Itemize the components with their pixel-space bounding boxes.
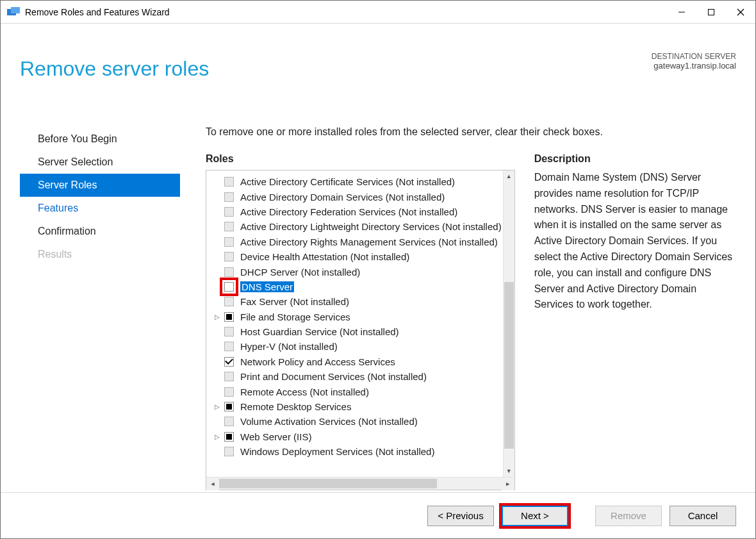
role-checkbox — [224, 222, 234, 231]
role-checkbox — [224, 372, 234, 381]
step-server-selection[interactable]: Server Selection — [20, 151, 180, 174]
expander-icon — [213, 357, 222, 366]
maximize-button[interactable] — [696, 1, 726, 24]
expander-icon — [213, 417, 222, 426]
page-title: Remove server roles — [20, 57, 209, 81]
role-checkbox — [224, 387, 234, 397]
svg-rect-3 — [709, 9, 714, 15]
step-before-you-begin[interactable]: Before You Begin — [20, 128, 180, 151]
expander-icon[interactable]: ▷ — [213, 432, 222, 441]
step-server-roles[interactable]: Server Roles — [20, 174, 180, 197]
role-item[interactable]: ▷File and Storage Services — [206, 310, 514, 324]
role-label: DNS Server — [240, 281, 294, 292]
role-checkbox — [224, 342, 234, 351]
role-checkbox[interactable] — [224, 402, 234, 411]
role-checkbox — [224, 417, 234, 426]
svg-rect-1 — [11, 7, 20, 13]
step-confirmation[interactable]: Confirmation — [20, 220, 180, 243]
description-heading: Description — [534, 153, 737, 165]
close-button[interactable] — [726, 1, 755, 24]
role-checkbox — [224, 237, 234, 247]
expander-icon — [213, 372, 222, 381]
role-checkbox — [224, 327, 234, 336]
role-label: Remote Access (Not installed) — [240, 386, 369, 397]
expander-icon — [213, 282, 222, 291]
vscroll-thumb[interactable] — [504, 282, 514, 449]
minimize-button[interactable] — [667, 1, 696, 24]
expander-icon — [213, 267, 222, 276]
role-checkbox — [224, 297, 234, 306]
vertical-scrollbar[interactable]: ▲ ▼ — [503, 170, 514, 477]
horizontal-scrollbar[interactable]: ◄ ► — [206, 477, 514, 490]
role-item[interactable]: DNS Server — [206, 279, 514, 294]
role-label: Network Policy and Access Services — [240, 356, 395, 367]
role-label: Windows Deployment Services (Not install… — [240, 446, 434, 457]
role-checkbox[interactable] — [224, 357, 234, 367]
role-label: DHCP Server (Not installed) — [240, 267, 360, 278]
description-text: Domain Name System (DNS) Server provides… — [534, 170, 737, 313]
expander-icon[interactable]: ▷ — [213, 402, 222, 411]
role-label: Active Directory Certificate Services (N… — [240, 176, 455, 187]
role-item: Print and Document Services (Not install… — [206, 369, 514, 384]
scroll-up-arrow[interactable]: ▲ — [504, 170, 514, 182]
role-checkbox — [224, 177, 234, 187]
window-title: Remove Roles and Features Wizard — [25, 7, 170, 17]
role-item: Device Health Attestation (Not installed… — [206, 249, 514, 264]
role-item[interactable]: Network Policy and Access Services — [206, 354, 514, 369]
destination-server: DESTINATION SERVER gateway1.transip.loca… — [652, 52, 736, 70]
scroll-left-arrow[interactable]: ◄ — [206, 477, 219, 490]
role-label: Device Health Attestation (Not installed… — [240, 251, 409, 262]
role-item: Host Guardian Service (Not installed) — [206, 324, 514, 339]
role-item: Windows Deployment Services (Not install… — [206, 444, 514, 459]
description-column: Description Domain Name System (DNS) Ser… — [534, 153, 737, 490]
role-label: Fax Server (Not installed) — [240, 296, 349, 307]
hscroll-thumb[interactable] — [219, 479, 437, 488]
role-checkbox[interactable] — [224, 432, 234, 442]
role-label: Web Server (IIS) — [240, 431, 311, 442]
scroll-right-arrow[interactable]: ► — [502, 477, 514, 490]
roles-column: Roles Active Directory Certificate Servi… — [206, 153, 515, 490]
expander-icon — [213, 297, 222, 306]
destination-label: DESTINATION SERVER — [652, 52, 736, 61]
role-label: Host Guardian Service (Not installed) — [240, 326, 399, 337]
destination-name: gateway1.transip.local — [652, 61, 736, 70]
role-label: Volume Activation Services (Not installe… — [240, 416, 418, 427]
role-item: Remote Access (Not installed) — [206, 384, 514, 399]
cancel-button[interactable]: Cancel — [670, 506, 736, 526]
role-label: Active Directory Federation Services (No… — [240, 206, 457, 217]
role-checkbox[interactable] — [224, 282, 234, 292]
content-area: Remove server roles DESTINATION SERVER g… — [1, 24, 755, 538]
role-label: Active Directory Lightweight Directory S… — [240, 221, 502, 232]
expander-icon — [213, 253, 222, 261]
role-label: Remote Desktop Services — [240, 401, 351, 412]
role-item: Fax Server (Not installed) — [206, 294, 514, 309]
expander-icon — [213, 192, 222, 201]
role-checkbox[interactable] — [224, 312, 234, 322]
roles-scroll-viewport: Active Directory Certificate Services (N… — [206, 170, 514, 477]
expander-icon[interactable]: ▷ — [213, 312, 222, 321]
role-item: Active Directory Certificate Services (N… — [206, 174, 514, 189]
expander-icon — [213, 328, 222, 336]
role-item: Hyper-V (Not installed) — [206, 339, 514, 354]
role-label: Active Directory Rights Management Servi… — [240, 236, 498, 247]
next-button[interactable]: Next > — [502, 506, 568, 526]
role-checkbox — [224, 192, 234, 202]
roles-listbox: Active Directory Certificate Services (N… — [206, 170, 515, 490]
scroll-down-arrow[interactable]: ▼ — [504, 465, 514, 477]
role-item[interactable]: ▷Web Server (IIS) — [206, 429, 514, 444]
role-label: Print and Document Services (Not install… — [240, 371, 427, 382]
roles-heading: Roles — [206, 153, 515, 165]
role-label: Active Directory Domain Services (Not in… — [240, 192, 445, 203]
role-item[interactable]: ▷Remote Desktop Services — [206, 399, 514, 414]
role-checkbox — [224, 207, 234, 217]
role-label: Hyper-V (Not installed) — [240, 341, 338, 352]
expander-icon — [213, 387, 222, 396]
role-item: Active Directory Domain Services (Not in… — [206, 189, 514, 204]
step-features[interactable]: Features — [20, 197, 180, 220]
expander-icon — [213, 237, 222, 246]
app-icon — [7, 7, 20, 17]
role-checkbox — [224, 267, 234, 277]
expander-icon — [213, 342, 222, 351]
previous-button[interactable]: < Previous — [427, 506, 494, 526]
role-item: Volume Activation Services (Not installe… — [206, 414, 514, 429]
